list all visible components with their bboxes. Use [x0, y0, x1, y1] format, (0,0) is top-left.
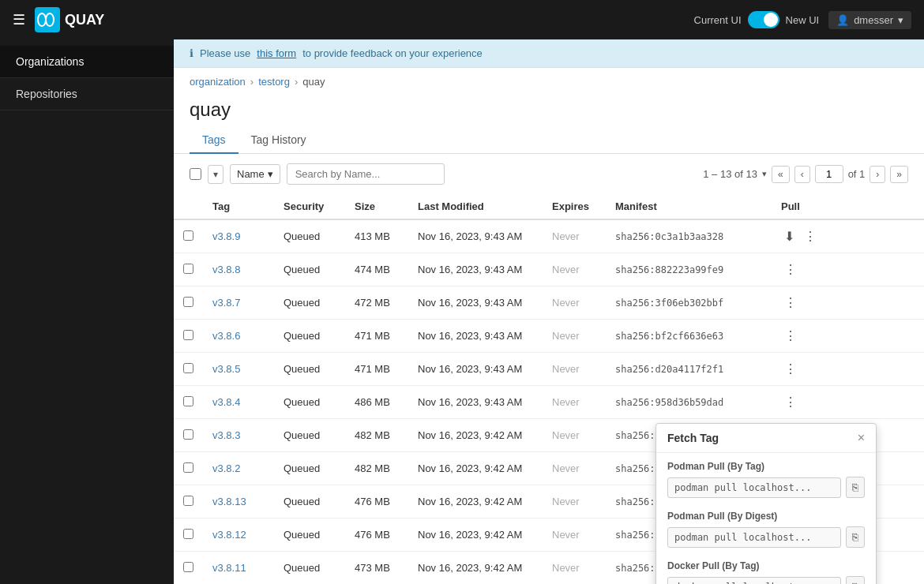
row-checkbox[interactable]: [183, 496, 193, 506]
tab-tags[interactable]: Tags: [190, 127, 239, 154]
logo-text: QUAY: [65, 12, 104, 28]
row-pull-actions: ⬇ ⋮: [772, 219, 924, 253]
docker-by-tag-input[interactable]: [667, 577, 841, 585]
podman-by-tag-copy-btn[interactable]: ⎘: [846, 477, 865, 498]
breadcrumb-testorg[interactable]: testorg: [258, 76, 290, 88]
row-size: 476 MB: [345, 518, 408, 552]
tag-link[interactable]: v3.8.4: [212, 396, 240, 408]
th-manifest: Manifest: [606, 194, 772, 219]
row-checkbox-cell: [174, 552, 203, 585]
row-checkbox[interactable]: [183, 264, 193, 274]
user-menu[interactable]: 👤 dmesser ▾: [828, 11, 911, 29]
more-options-btn[interactable]: ⋮: [801, 227, 820, 245]
tag-link[interactable]: v3.8.12: [212, 529, 246, 541]
row-expires: Never: [543, 552, 606, 585]
row-pull-actions: ⋮: [772, 286, 924, 320]
docker-by-tag-section: Docker Pull (By Tag) ⎘: [656, 552, 876, 584]
row-manifest: sha256:958d36b59dad: [606, 386, 772, 419]
podman-by-digest-input[interactable]: [667, 527, 841, 548]
sidebar-label-organizations: Organizations: [16, 55, 84, 68]
podman-by-tag-label: Podman Pull (By Tag): [667, 461, 865, 472]
row-security: Queued: [274, 419, 345, 452]
download-btn[interactable]: ⬇: [781, 227, 798, 245]
row-checkbox[interactable]: [183, 562, 193, 572]
row-tag: v3.8.9: [203, 219, 274, 253]
row-size: 476 MB: [345, 485, 408, 518]
th-expires: Expires: [543, 194, 606, 219]
prev-page-btn[interactable]: ‹: [794, 166, 810, 183]
tag-link[interactable]: v3.8.5: [212, 363, 240, 375]
row-manifest: sha256:882223a99fe9: [606, 253, 772, 286]
breadcrumb-organization[interactable]: organization: [190, 76, 246, 88]
tag-link[interactable]: v3.8.7: [212, 297, 240, 309]
row-modified: Nov 16, 2023, 9:42 AM: [408, 518, 543, 552]
main-content: ℹ Please use this form to provide feedba…: [174, 39, 924, 584]
filter-label: Name: [237, 168, 265, 180]
row-modified: Nov 16, 2023, 9:43 AM: [408, 286, 543, 320]
row-size: 482 MB: [345, 419, 408, 452]
docker-by-tag-row: ⎘: [667, 576, 865, 584]
tag-link[interactable]: v3.8.2: [212, 462, 240, 474]
row-checkbox[interactable]: [183, 297, 193, 307]
tab-tag-history[interactable]: Tag History: [239, 127, 319, 154]
tag-link[interactable]: v3.8.9: [212, 230, 240, 242]
row-expires: Never: [543, 286, 606, 320]
row-checkbox[interactable]: [183, 429, 193, 440]
row-checkbox[interactable]: [183, 330, 193, 340]
tag-link[interactable]: v3.8.11: [212, 562, 246, 574]
row-checkbox[interactable]: [183, 363, 193, 373]
podman-by-tag-input[interactable]: [667, 477, 841, 498]
row-modified: Nov 16, 2023, 9:42 AM: [408, 552, 543, 585]
tag-link[interactable]: v3.8.8: [212, 264, 240, 275]
ui-toggle-switch[interactable]: [748, 11, 779, 28]
more-options-btn[interactable]: ⋮: [781, 393, 800, 411]
select-all-wrapper[interactable]: [190, 168, 201, 180]
per-page-arrow[interactable]: ▾: [762, 169, 767, 179]
row-checkbox[interactable]: [183, 462, 193, 473]
sidebar-item-organizations[interactable]: Organizations: [0, 46, 174, 78]
row-checkbox-cell: [174, 353, 203, 386]
row-size: 471 MB: [345, 353, 408, 386]
first-page-btn[interactable]: «: [772, 166, 790, 183]
row-modified: Nov 16, 2023, 9:42 AM: [408, 419, 543, 452]
row-modified: Nov 16, 2023, 9:43 AM: [408, 353, 543, 386]
sidebar-item-repositories[interactable]: Repositories: [0, 78, 174, 110]
table-row: v3.8.5 Queued 471 MB Nov 16, 2023, 9:43 …: [174, 353, 924, 386]
banner-link[interactable]: this form: [257, 47, 296, 59]
tag-link[interactable]: v3.8.13: [212, 496, 246, 507]
sidebar-label-repositories: Repositories: [16, 88, 77, 100]
filter-select[interactable]: Name ▾: [230, 164, 280, 184]
hamburger-icon[interactable]: ☰: [13, 11, 25, 28]
select-all-checkbox[interactable]: [190, 168, 201, 180]
logo-icon: [35, 7, 60, 32]
row-expires: Never: [543, 386, 606, 419]
username-label: dmesser: [854, 14, 893, 26]
tag-link[interactable]: v3.8.3: [212, 429, 240, 441]
fetch-tag-close-btn[interactable]: ×: [858, 432, 865, 444]
row-checkbox[interactable]: [183, 396, 193, 406]
last-page-btn[interactable]: »: [890, 166, 908, 183]
row-expires: Never: [543, 320, 606, 353]
docker-by-tag-copy-btn[interactable]: ⎘: [846, 576, 865, 584]
row-checkbox[interactable]: [183, 230, 193, 241]
page-title: quay: [174, 95, 924, 121]
select-dropdown-btn[interactable]: ▾: [208, 165, 223, 184]
breadcrumb-sep-2: ›: [295, 76, 298, 88]
next-page-btn[interactable]: ›: [870, 166, 885, 183]
row-tag: v3.8.3: [203, 419, 274, 452]
more-options-btn[interactable]: ⋮: [781, 360, 800, 378]
row-size: 472 MB: [345, 286, 408, 320]
row-security: Queued: [274, 485, 345, 518]
row-security: Queued: [274, 253, 345, 286]
page-input[interactable]: [815, 165, 843, 183]
more-options-btn[interactable]: ⋮: [781, 260, 800, 279]
more-options-btn[interactable]: ⋮: [781, 327, 800, 345]
tag-link[interactable]: v3.8.6: [212, 330, 240, 342]
tabs: Tags Tag History: [174, 121, 924, 154]
row-tag: v3.8.2: [203, 452, 274, 485]
search-input[interactable]: [287, 163, 445, 185]
podman-by-digest-copy-btn[interactable]: ⎘: [846, 526, 865, 548]
more-options-btn[interactable]: ⋮: [781, 294, 800, 312]
th-pull: Pull: [772, 194, 924, 219]
row-checkbox[interactable]: [183, 529, 193, 539]
